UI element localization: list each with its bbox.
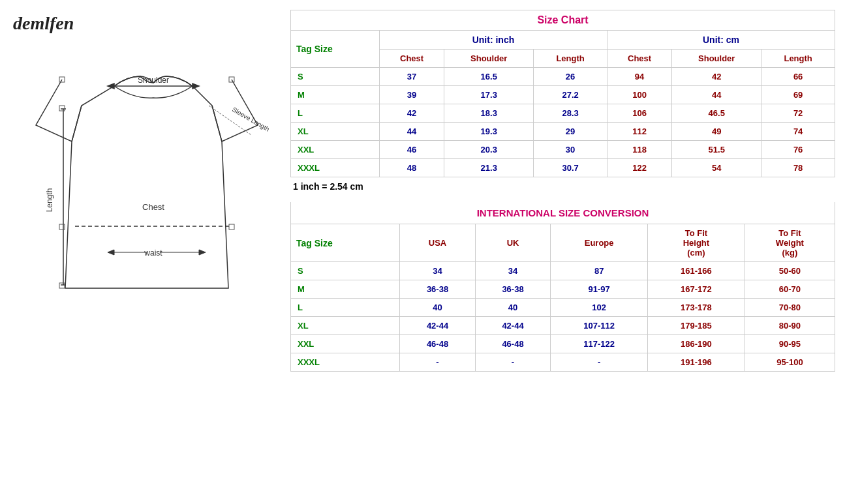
intl-uk-cell: 36-38 (475, 280, 551, 299)
unit-inch-header: Unit: inch (379, 31, 607, 50)
inch-length-cell: 26 (534, 68, 607, 86)
size-chart-row: S 37 16.5 26 94 42 66 (291, 68, 835, 86)
svg-text:Chest: Chest (142, 202, 164, 212)
inch-shoulder-cell: 19.3 (444, 123, 534, 141)
intl-uk-cell: 34 (475, 262, 551, 280)
cm-length-cell: 74 (761, 123, 835, 141)
inch-shoulder-cell: 18.3 (444, 104, 534, 123)
intl-usa-cell: 40 (400, 299, 476, 317)
intl-uk-cell: 46-48 (475, 335, 551, 353)
inch-length-cell: 27.2 (534, 86, 607, 104)
intl-europe-cell: 117-122 (551, 335, 648, 353)
cm-length-cell: 69 (761, 86, 835, 104)
cm-shoulder-cell: 49 (672, 123, 761, 141)
cm-shoulder-cell: 42 (672, 68, 761, 86)
size-chart-row: XL 44 19.3 29 112 49 74 (291, 123, 835, 141)
cm-length-cell: 72 (761, 104, 835, 123)
cm-chest-cell: 118 (607, 141, 671, 159)
inch-chest-cell: 37 (379, 68, 444, 86)
cm-chest-cell: 94 (607, 68, 671, 86)
cm-shoulder-header: Shoulder (672, 50, 761, 68)
size-chart-row: XXXL 48 21.3 30.7 122 54 78 (291, 159, 835, 177)
inch-chest-cell: 44 (379, 123, 444, 141)
svg-rect-22 (229, 224, 234, 230)
cm-length-cell: 66 (761, 68, 835, 86)
brand-logo: demlfen (13, 13, 281, 34)
svg-marker-17 (199, 250, 206, 255)
intl-conversion-row: M 36-38 36-38 91-97 167-172 60-70 (291, 280, 835, 299)
tag-size-header: Tag Size (291, 31, 380, 68)
intl-weight-cell: 80-90 (745, 317, 835, 335)
size-chart-row: XXL 46 20.3 30 118 51.5 76 (291, 141, 835, 159)
intl-height-header: To FitHeight(cm) (648, 224, 745, 262)
inch-length-header: Length (534, 50, 607, 68)
cm-shoulder-cell: 51.5 (672, 141, 761, 159)
inch-shoulder-cell: 21.3 (444, 159, 534, 177)
intl-weight-header: To FitWeight(kg) (745, 224, 835, 262)
tag-size-cell: XXXL (291, 159, 380, 177)
intl-conversion-row: L 40 40 102 173-178 70-80 (291, 299, 835, 317)
right-panel: Size Chart Tag Size Unit: inch Unit: cm … (287, 7, 838, 375)
inch-shoulder-cell: 16.5 (444, 68, 534, 86)
intl-conversion-row: XXXL - - - 191-196 95-100 (291, 353, 835, 372)
inch-shoulder-cell: 17.3 (444, 86, 534, 104)
intl-tag-cell: L (291, 299, 400, 317)
intl-tag-cell: M (291, 280, 400, 299)
inch-chest-cell: 46 (379, 141, 444, 159)
intl-height-cell: 191-196 (648, 353, 745, 372)
intl-usa-header: USA (400, 224, 476, 262)
intl-usa-cell: 46-48 (400, 335, 476, 353)
intl-usa-cell: 42-44 (400, 317, 476, 335)
cm-chest-cell: 106 (607, 104, 671, 123)
tshirt-diagram: Shoulder Length Chest waist (23, 40, 271, 301)
intl-europe-cell: 87 (551, 262, 648, 280)
intl-conversion-row: S 34 34 87 161-166 50-60 (291, 262, 835, 280)
tag-size-cell: L (291, 104, 380, 123)
intl-weight-cell: 50-60 (745, 262, 835, 280)
svg-rect-21 (59, 224, 65, 230)
intl-europe-cell: - (551, 353, 648, 372)
cm-length-cell: 78 (761, 159, 835, 177)
svg-rect-9 (59, 106, 65, 111)
intl-height-cell: 179-185 (648, 317, 745, 335)
intl-weight-cell: 60-70 (745, 280, 835, 299)
intl-tag-cell: S (291, 262, 400, 280)
cm-chest-header: Chest (607, 50, 671, 68)
size-chart-row: L 42 18.3 28.3 106 46.5 72 (291, 104, 835, 123)
tag-size-cell: XL (291, 123, 380, 141)
svg-text:Shoulder: Shoulder (138, 76, 169, 85)
intl-europe-header: Europe (551, 224, 648, 262)
svg-marker-3 (108, 83, 114, 89)
cm-chest-cell: 122 (607, 159, 671, 177)
intl-uk-cell: 42-44 (475, 317, 551, 335)
inch-chest-cell: 42 (379, 104, 444, 123)
intl-usa-cell: - (400, 353, 476, 372)
intl-conversion-table: Tag Size USA UK Europe To FitHeight(cm) … (290, 224, 835, 372)
size-chart-title: Size Chart (290, 10, 835, 30)
intl-height-cell: 167-172 (648, 280, 745, 299)
intl-europe-cell: 91-97 (551, 280, 648, 299)
intl-usa-cell: 34 (400, 262, 476, 280)
intl-uk-cell: - (475, 353, 551, 372)
intl-height-cell: 173-178 (648, 299, 745, 317)
cm-chest-cell: 112 (607, 123, 671, 141)
intl-weight-cell: 70-80 (745, 299, 835, 317)
svg-text:Length: Length (45, 188, 54, 213)
size-chart-table: Tag Size Unit: inch Unit: cm Chest Shoul… (290, 30, 835, 177)
cm-length-header: Length (761, 50, 835, 68)
inch-shoulder-header: Shoulder (444, 50, 534, 68)
inch-length-cell: 29 (534, 123, 607, 141)
intl-height-cell: 186-190 (648, 335, 745, 353)
inch-length-cell: 30.7 (534, 159, 607, 177)
inch-chest-cell: 39 (379, 86, 444, 104)
intl-conversion-row: XL 42-44 42-44 107-112 179-185 80-90 (291, 317, 835, 335)
inch-note: 1 inch = 2.54 cm (290, 177, 835, 196)
intl-tag-cell: XXL (291, 335, 400, 353)
cm-chest-cell: 100 (607, 86, 671, 104)
svg-rect-10 (59, 283, 65, 288)
cm-length-cell: 76 (761, 141, 835, 159)
cm-shoulder-cell: 46.5 (672, 104, 761, 123)
intl-height-cell: 161-166 (648, 262, 745, 280)
tag-size-cell: XXL (291, 141, 380, 159)
svg-marker-4 (192, 83, 199, 89)
